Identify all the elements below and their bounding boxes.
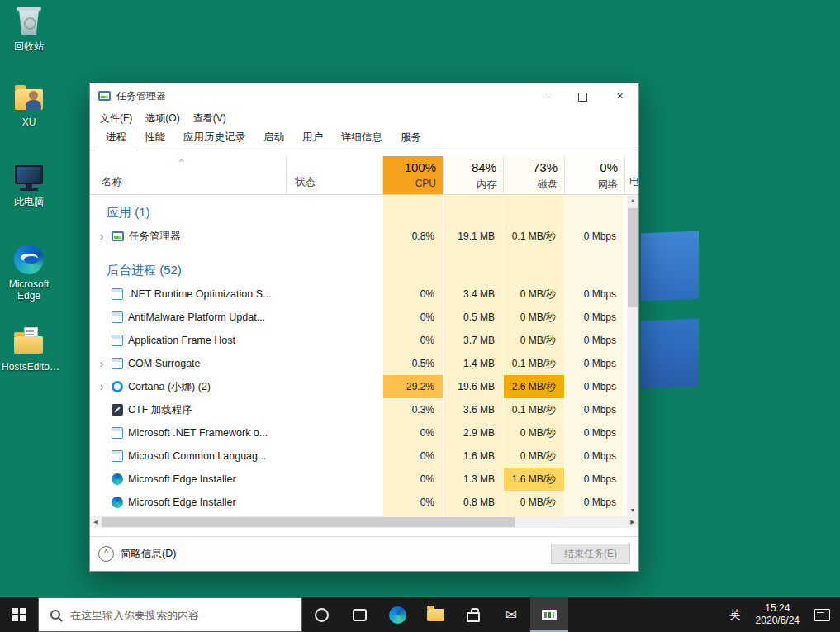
task-manager-icon	[542, 610, 557, 620]
process-metric-cpu: 0%	[382, 491, 443, 514]
desktop-icon-this-pc[interactable]: 此电脑	[2, 160, 56, 207]
taskbar-mail-button[interactable]: ✉	[492, 597, 530, 632]
process-metric-net: 0 Mbps	[564, 352, 624, 375]
process-metric-net: 0 Mbps	[564, 283, 624, 306]
process-row[interactable]: ›COM Surrogate0.5%1.4 MB0.1 MB/秒0 Mbps	[90, 352, 627, 375]
process-row[interactable]: ›AntiMalware Platform Updat...0%0.5 MB0 …	[90, 306, 627, 329]
store-icon	[467, 612, 480, 622]
vertical-scroll-thumb[interactable]	[628, 208, 638, 307]
tab-3[interactable]: 启动	[254, 126, 293, 150]
process-name-cell: ›Microsoft .NET Framework o...	[90, 421, 286, 444]
process-metric-cpu: 29.2%	[382, 375, 443, 398]
desktop-icon-recycle-bin[interactable]: 回收站	[2, 5, 56, 52]
window-title: 任务管理器	[116, 89, 166, 103]
group-header[interactable]: 后台进程 (52)	[90, 258, 627, 283]
tab-1[interactable]: 性能	[135, 126, 174, 150]
clock[interactable]: 15:24 2020/6/24	[756, 602, 800, 627]
chevron-right-icon[interactable]: ›	[97, 353, 107, 374]
process-row[interactable]: ›.NET Runtime Optimization S...0%3.4 MB0…	[90, 283, 627, 306]
column-header-status[interactable]: 状态	[286, 156, 383, 194]
column-header-mem[interactable]: 84%内存	[443, 156, 503, 194]
process-metric-cpu: 0.8%	[382, 225, 443, 248]
scroll-left-icon[interactable]: ◀	[90, 516, 102, 528]
process-status	[286, 225, 382, 248]
taskbar-store-button[interactable]	[454, 597, 492, 632]
minimize-button[interactable]: –	[527, 83, 564, 108]
desktop-icon-label: HostsEdito…	[2, 361, 56, 373]
chevron-right-icon[interactable]: ›	[97, 376, 107, 397]
title-bar[interactable]: 任务管理器 – ×	[90, 83, 638, 108]
horizontal-scrollbar[interactable]: ◀ ▶	[90, 516, 638, 528]
tab-5[interactable]: 详细信息	[332, 126, 392, 150]
desktop-icon-folder-files[interactable]: HostsEdito…	[2, 326, 56, 373]
process-name: Microsoft Edge Installer	[128, 468, 236, 491]
vertical-scrollbar[interactable]: ▲ ▼	[627, 195, 638, 516]
maximize-button[interactable]	[564, 83, 601, 108]
process-metric-mem: 1.4 MB	[443, 352, 503, 375]
window-icon	[112, 450, 123, 462]
wallpaper-pane	[641, 231, 699, 301]
wallpaper-pane	[641, 319, 699, 388]
tab-0[interactable]: 进程	[97, 126, 135, 150]
process-metric-net: 0 Mbps	[564, 306, 624, 329]
desktop-icon-label: 回收站	[2, 40, 56, 52]
process-row[interactable]: ›Microsoft .NET Framework o...0%2.9 MB0 …	[90, 421, 627, 444]
process-row[interactable]: ›Application Frame Host0%3.7 MB0 MB/秒0 M…	[90, 329, 627, 352]
taskbar-task-manager-button[interactable]	[530, 597, 568, 632]
desktop-icon-label: 此电脑	[2, 196, 56, 207]
action-center-icon[interactable]	[814, 609, 830, 621]
taskbar-search[interactable]	[38, 597, 302, 632]
task-manager-window: 任务管理器 – × 文件(F)选项(O)查看(V) 进程性能应用历史记录启动用户…	[89, 83, 639, 572]
process-metric-mem: 3.6 MB	[443, 398, 503, 421]
search-input[interactable]	[69, 608, 301, 622]
process-status	[286, 306, 382, 329]
process-metric-disk: 0 MB/秒	[503, 306, 564, 329]
process-row[interactable]: ›任务管理器0.8%19.1 MB0.1 MB/秒0 Mbps	[90, 225, 627, 248]
taskbar-cortana-button[interactable]	[302, 597, 340, 632]
summary-info-toggle[interactable]: 简略信息(D)	[121, 547, 176, 561]
close-button[interactable]: ×	[601, 83, 638, 108]
process-name-cell: ›CTF 加载程序	[90, 398, 286, 421]
column-header-power-partial[interactable]: 电	[624, 156, 638, 194]
horizontal-scroll-thumb[interactable]	[102, 517, 515, 527]
chevron-right-icon[interactable]: ›	[97, 226, 107, 247]
tab-4[interactable]: 用户	[293, 126, 332, 150]
process-row[interactable]: ›Cortana (小娜) (2)29.2%19.6 MB2.6 MB/秒0 M…	[90, 375, 627, 398]
column-header-cpu[interactable]: 100%CPU	[382, 156, 443, 194]
column-header-net[interactable]: 0%网络	[564, 156, 624, 194]
desktop-icon-edge[interactable]: Microsoft Edge	[2, 243, 56, 302]
process-metric-disk: 0 MB/秒	[503, 421, 564, 444]
process-metric-disk: 0 MB/秒	[503, 444, 564, 468]
scroll-up-icon[interactable]: ▲	[627, 195, 638, 207]
process-name: .NET Runtime Optimization S...	[128, 283, 271, 306]
tab-2[interactable]: 应用历史记录	[174, 126, 254, 150]
scroll-right-icon[interactable]: ▶	[627, 516, 638, 528]
tab-6[interactable]: 服务	[392, 126, 430, 150]
process-row[interactable]: ›Microsoft Edge Installer0%1.3 MB1.6 MB/…	[90, 468, 627, 491]
process-row[interactable]: ›Microsoft Edge Installer0%0.8 MB0 MB/秒0…	[90, 491, 627, 514]
process-metric-mem: 0.8 MB	[443, 491, 503, 514]
chevron-up-circle-icon[interactable]: ^	[98, 546, 114, 562]
desktop-icon-user-folder[interactable]: XU	[2, 81, 56, 128]
process-metric-mem: 2.9 MB	[443, 421, 503, 444]
end-task-button[interactable]: 结束任务(E)	[551, 544, 630, 564]
process-row[interactable]: ›CTF 加载程序0.3%3.6 MB0.1 MB/秒0 Mbps	[90, 398, 627, 421]
edge-icon	[112, 473, 123, 485]
process-metric-disk: 0.1 MB/秒	[503, 352, 564, 375]
language-indicator[interactable]: 英	[730, 607, 741, 622]
process-name-cell: ›.NET Runtime Optimization S...	[90, 283, 286, 306]
system-tray: 英 15:24 2020/6/24	[730, 597, 830, 632]
process-row[interactable]: ›Microsoft Common Languag...0%1.6 MB0 MB…	[90, 444, 627, 468]
process-metric-cpu: 0%	[382, 306, 443, 329]
taskbar-edge-button[interactable]	[378, 597, 416, 632]
taskbar-file-explorer-button[interactable]	[416, 597, 454, 632]
process-rows: 应用 (1)›任务管理器0.8%19.1 MB0.1 MB/秒0 Mbps后台进…	[90, 195, 627, 514]
start-button[interactable]	[0, 597, 38, 632]
column-header-name[interactable]: 名称	[102, 175, 122, 189]
column-header-disk[interactable]: 73%磁盘	[503, 156, 564, 194]
taskbar-task-view-button[interactable]	[340, 597, 378, 632]
group-header[interactable]: 应用 (1)	[90, 200, 627, 225]
scroll-down-icon[interactable]: ▼	[627, 505, 638, 516]
sort-ascending-icon: ^	[179, 157, 183, 167]
edge-icon	[389, 606, 406, 624]
